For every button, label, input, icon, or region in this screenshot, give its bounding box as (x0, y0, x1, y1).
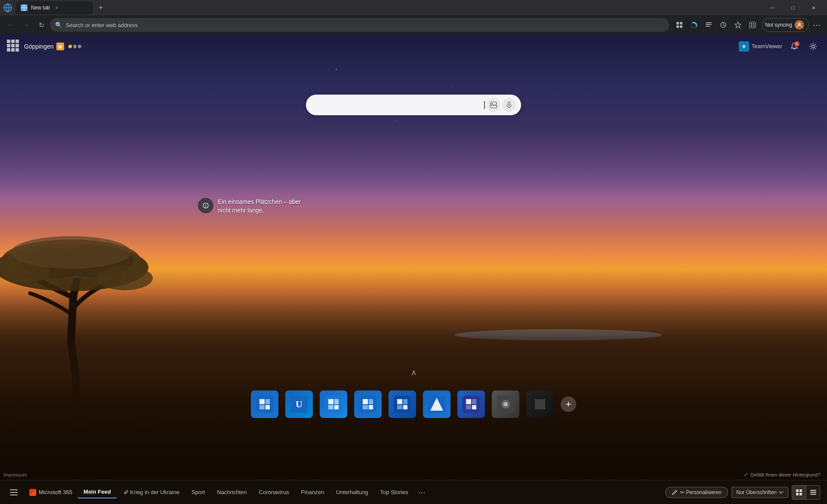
teamviewer-logo[interactable]: TeamViewer (739, 41, 782, 52)
footer-nav-ukraine[interactable]: 🗞 Krieg in der Ukraine (117, 486, 186, 498)
svg-rect-48 (799, 493, 802, 495)
footer-menu-button[interactable] (7, 486, 21, 499)
list-view-button[interactable] (806, 486, 820, 499)
location-display: Göppingen (24, 43, 81, 50)
svg-rect-3 (680, 22, 682, 25)
svg-rect-12 (753, 23, 754, 25)
grid-dot (11, 40, 15, 43)
footer-more-button[interactable]: ⋯ (414, 486, 430, 499)
quick-link-icon-6 (423, 390, 451, 418)
add-site-button[interactable]: + (561, 396, 576, 412)
grid-view-button[interactable] (792, 486, 806, 499)
footer-nav-sport[interactable]: Sport (185, 486, 211, 498)
quick-link-2[interactable]: U (285, 390, 313, 418)
svg-point-28 (492, 103, 493, 104)
info-bubble-text: Ein einsames Plätzchen – aber nicht mehr… (218, 198, 304, 215)
minimize-button[interactable]: ─ (762, 1, 782, 14)
personalize-button[interactable]: ✏ Personalisieren (665, 487, 728, 498)
quick-link-4[interactable] (354, 390, 382, 418)
nt-topbar: Göppingen TeamViewer (0, 34, 827, 58)
nav-label: Nachrichten (217, 489, 247, 495)
microsoft365-link[interactable]: Microsoft 365 (24, 487, 77, 498)
menu-line-2 (10, 492, 18, 493)
address-bar[interactable]: 🔍 Search or enter web address (50, 18, 669, 32)
menu-line-1 (10, 489, 18, 490)
back-button[interactable]: ← (3, 18, 17, 32)
svg-rect-5 (680, 25, 682, 28)
close-window-button[interactable]: × (804, 1, 824, 14)
browser-chrome: New tab × + ─ □ × ← → ↻ 🔍 Search or ente… (0, 0, 827, 34)
apps-grid-button[interactable] (7, 40, 21, 53)
ms365-label: Microsoft 365 (39, 489, 72, 495)
footer-nav-coronavirus[interactable]: Coronavirus (253, 486, 295, 498)
nur-uberschriften-button[interactable]: Nur Überschriften (731, 487, 788, 498)
footer-right: ✏ Personalisieren Nur Überschriften (665, 485, 820, 500)
notification-bell-button[interactable]: 1 (787, 40, 801, 53)
settings-button[interactable] (806, 40, 820, 53)
background-credit[interactable]: ⤢ Gefällt Ihnen dieser Hintergrund? (744, 472, 820, 477)
refresh-history-icon[interactable] (716, 18, 730, 32)
voice-search-icon[interactable] (502, 98, 516, 112)
quick-link-icon-1 (251, 390, 278, 418)
quick-link-icon-2: U (285, 390, 313, 418)
svg-point-22 (11, 236, 131, 269)
svg-point-21 (97, 266, 153, 290)
footer-nav-unterhaltung[interactable]: Unterhaltung (330, 486, 374, 498)
teamviewer-label: TeamViewer (752, 43, 782, 49)
quick-link-1[interactable] (251, 390, 278, 418)
favorites-icon[interactable] (731, 18, 745, 32)
edge-profile-icon[interactable] (687, 18, 701, 32)
address-bar-area: ← → ↻ 🔍 Search or enter web address (0, 15, 827, 34)
browser-more-button[interactable]: ⋯ (810, 18, 824, 32)
forward-button[interactable]: → (19, 18, 33, 32)
new-tab-page: Göppingen TeamViewer (0, 34, 827, 504)
quick-link-8[interactable] (492, 390, 519, 418)
footer-nav-nachrichten[interactable]: Nachrichten (211, 486, 253, 498)
active-tab[interactable]: New tab × (15, 1, 93, 14)
svg-rect-13 (751, 25, 752, 27)
search-input[interactable] (313, 101, 482, 108)
footer-nav-top-stories[interactable]: Top Stories (374, 486, 414, 498)
quick-link-7[interactable] (457, 390, 485, 418)
footer-nav-mein-feed[interactable]: Mein Feed (77, 486, 117, 498)
new-tab-button[interactable]: + (95, 2, 107, 14)
toolbar-icons: Not syncing ⋯ (673, 18, 824, 32)
search-box[interactable] (306, 95, 521, 115)
quick-link-6[interactable] (423, 390, 451, 418)
ms365-icon (29, 489, 36, 496)
quick-link-3[interactable] (320, 390, 347, 418)
location-badge (56, 43, 64, 50)
footer-nav-finanzen[interactable]: Finanzen (295, 486, 330, 498)
star-1 (336, 69, 337, 70)
nav-label: Coronavirus (259, 489, 289, 495)
impressum-link[interactable]: Impressum (3, 472, 27, 477)
not-syncing-button[interactable]: Not syncing (762, 18, 809, 32)
extensions-icon[interactable] (673, 18, 686, 32)
maximize-button[interactable]: □ (783, 1, 803, 14)
info-bubble-icon (198, 198, 213, 213)
refresh-button[interactable]: ↻ (34, 18, 48, 32)
search-icons (487, 98, 516, 112)
quick-link-5[interactable] (389, 390, 416, 418)
view-toggle-buttons (792, 485, 820, 500)
star-2 (452, 86, 453, 87)
quick-link-9[interactable] (526, 390, 554, 418)
info-bubble: Ein einsames Plätzchen – aber nicht mehr… (198, 198, 304, 215)
svg-rect-4 (676, 25, 679, 28)
reader-mode-icon[interactable] (702, 18, 716, 32)
svg-rect-46 (799, 489, 802, 492)
star-3 (396, 120, 397, 121)
svg-text:U: U (296, 399, 302, 409)
tab-close-btn[interactable]: × (53, 4, 60, 11)
search-box-container (306, 95, 521, 115)
svg-point-15 (798, 23, 801, 25)
notification-badge: 1 (794, 41, 799, 46)
dot-3 (78, 45, 81, 48)
dot-1 (68, 45, 72, 48)
svg-rect-50 (810, 492, 816, 493)
svg-point-42 (503, 402, 508, 406)
collapse-arrow-button[interactable]: ∧ (411, 368, 417, 377)
image-search-icon[interactable] (487, 98, 500, 112)
footer-bar: Microsoft 365 Mein Feed 🗞 Krieg in der U… (0, 480, 827, 504)
collections-icon[interactable] (746, 18, 759, 32)
